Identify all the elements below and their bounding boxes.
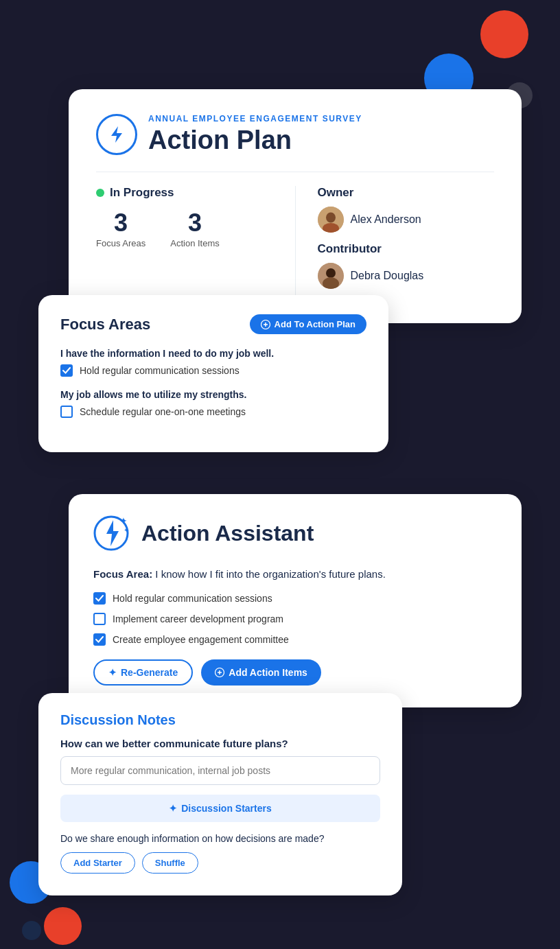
action-items-label: Action Items: [170, 238, 220, 248]
contributor-avatar: [318, 263, 344, 289]
assistant-item-1[interactable]: Hold regular communication sessions: [93, 592, 497, 605]
status-stats-row: In Progress 3 Focus Areas 3 Action Items…: [96, 172, 494, 298]
discussion-input[interactable]: [60, 756, 380, 785]
add-to-plan-label: Add To Action Plan: [275, 319, 355, 329]
focus-areas-card: Focus Areas Add To Action Plan I have th…: [38, 295, 388, 452]
deco-circle-dark-bottom: [22, 921, 41, 940]
assistant-button-row: ✦ Re-Generate Add Action Items: [93, 659, 497, 686]
plan-title-block: ANNUAL EMPLOYEE ENGAGEMENT SURVEY Action…: [148, 114, 362, 155]
focus-area-description: I know how I fit into the organization's…: [155, 568, 386, 580]
focus-areas-title: Focus Areas: [60, 316, 150, 333]
assistant-item-label-3: Create employee engagement committee: [113, 634, 289, 645]
status-dot: [96, 189, 104, 197]
assistant-checkbox-list: Hold regular communication sessions Impl…: [93, 592, 497, 646]
action-items-stat: 3 Action Items: [170, 211, 220, 248]
add-action-items-label: Add Action Items: [229, 667, 307, 678]
deco-circle-red-top: [480, 10, 528, 58]
focus-areas-number: 3: [96, 211, 145, 235]
regenerate-label: Re-Generate: [121, 667, 178, 678]
svg-marker-0: [111, 126, 122, 143]
checkbox-row-2[interactable]: Schedule regular one-on-one meetings: [60, 406, 366, 418]
assistant-checkbox-1[interactable]: [93, 592, 106, 605]
in-progress-status: In Progress: [96, 186, 273, 200]
owner-avatar: [318, 207, 344, 233]
assistant-item-label-1: Hold regular communication sessions: [113, 593, 272, 604]
discussion-question-2: Do we share enough information on how de…: [60, 833, 380, 844]
contributor-name: Debra Douglas: [351, 270, 424, 282]
assistant-header: ✦ ✦ Action Assistant: [93, 513, 497, 553]
svg-point-5: [326, 268, 336, 278]
discussion-starters-bar: ✦ Discussion Starters: [60, 795, 380, 822]
add-starter-button[interactable]: Add Starter: [60, 852, 135, 874]
discussion-notes-card: Discussion Notes How can we better commu…: [38, 693, 402, 895]
status-text: In Progress: [110, 186, 174, 200]
action-plan-card: ANNUAL EMPLOYEE ENGAGEMENT SURVEY Action…: [69, 89, 522, 323]
assistant-item-2[interactable]: Implement career development program: [93, 613, 497, 625]
discussion-notes-title: Discussion Notes: [60, 712, 380, 728]
owner-column: Owner Alex Anderson Contributor: [296, 186, 495, 298]
svg-text:✦: ✦: [124, 526, 129, 534]
focus-areas-stat: 3 Focus Areas: [96, 211, 145, 248]
owner-label: Owner: [318, 186, 495, 200]
starters-sparkle-icon: ✦: [169, 803, 177, 814]
action-items-number: 3: [170, 211, 220, 235]
owner-name: Alex Anderson: [351, 213, 421, 226]
action-plan-header: ANNUAL EMPLOYEE ENGAGEMENT SURVEY Action…: [96, 114, 494, 155]
checkbox-label-1: Hold regular communication sessions: [80, 365, 240, 376]
assistant-icon: ✦ ✦: [93, 513, 133, 553]
assistant-title: Action Assistant: [141, 521, 314, 546]
svg-point-2: [326, 213, 336, 223]
checkbox-row-1[interactable]: Hold regular communication sessions: [60, 364, 366, 377]
focus-area-question-1: I have the information I need to do my j…: [60, 348, 366, 359]
focus-area-item-1: I have the information I need to do my j…: [60, 348, 366, 377]
checkbox-1[interactable]: [60, 364, 73, 377]
add-icon: [215, 668, 224, 677]
lightning-icon: [96, 114, 137, 155]
svg-marker-11: [106, 520, 119, 546]
assistant-checkbox-2[interactable]: [93, 613, 106, 625]
add-to-action-plan-button[interactable]: Add To Action Plan: [250, 314, 366, 334]
deco-circle-red-bottom: [44, 907, 82, 945]
assistant-item-3[interactable]: Create employee engagement committee: [93, 633, 497, 646]
checkbox-2[interactable]: [60, 406, 73, 418]
focus-area-prefix: Focus Area:: [93, 568, 152, 580]
focus-area-item-2: My job allows me to utilize my strengths…: [60, 389, 366, 418]
stats-row: 3 Focus Areas 3 Action Items: [96, 211, 273, 248]
contributor-row: Debra Douglas: [318, 263, 495, 289]
contributor-label: Contributor: [318, 242, 495, 256]
discussion-starters-label: Discussion Starters: [181, 803, 272, 814]
plus-circle-icon: [261, 320, 270, 329]
focus-areas-label: Focus Areas: [96, 238, 145, 248]
starter-buttons-row: Add Starter Shuffle: [60, 852, 380, 874]
assistant-checkbox-3[interactable]: [93, 633, 106, 646]
survey-label: ANNUAL EMPLOYEE ENGAGEMENT SURVEY: [148, 114, 362, 124]
shuffle-button[interactable]: Shuffle: [142, 852, 198, 874]
assistant-focus-area: Focus Area: I know how I fit into the or…: [93, 567, 497, 581]
focus-areas-header: Focus Areas Add To Action Plan: [60, 314, 366, 334]
assistant-item-label-2: Implement career development program: [113, 613, 283, 624]
focus-area-question-2: My job allows me to utilize my strengths…: [60, 389, 366, 400]
owner-row: Alex Anderson: [318, 207, 495, 233]
discussion-starters-button[interactable]: ✦ Discussion Starters: [169, 803, 272, 814]
add-action-items-button[interactable]: Add Action Items: [201, 659, 321, 686]
status-column: In Progress 3 Focus Areas 3 Action Items: [96, 186, 296, 298]
action-assistant-card: ✦ ✦ Action Assistant Focus Area: I know …: [69, 494, 522, 707]
discussion-question-1: How can we better communicate future pla…: [60, 738, 380, 749]
checkbox-label-2: Schedule regular one-on-one meetings: [80, 406, 246, 417]
sparkle-icon: ✦: [108, 667, 117, 678]
regenerate-button[interactable]: ✦ Re-Generate: [93, 659, 193, 686]
plan-title: Action Plan: [148, 126, 362, 155]
svg-text:✦: ✦: [119, 515, 128, 526]
